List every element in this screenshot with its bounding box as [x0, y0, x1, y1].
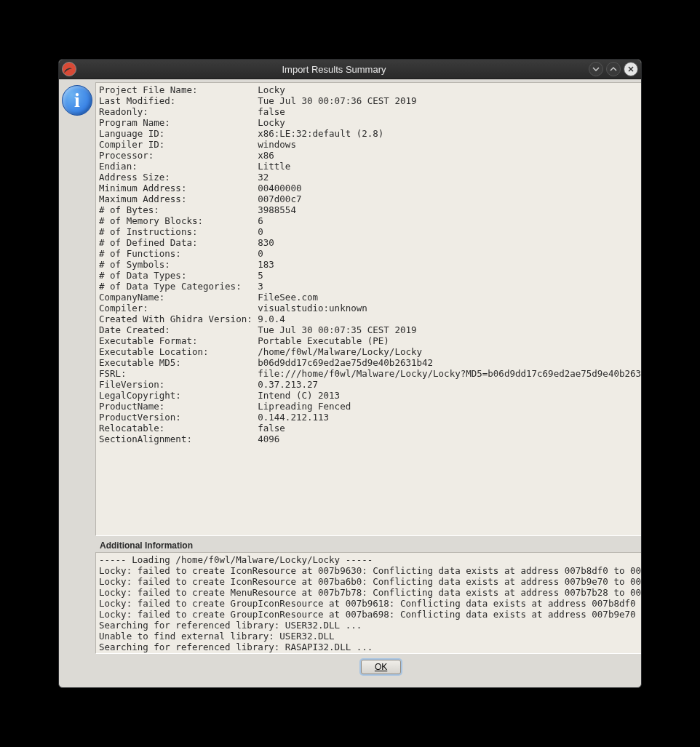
window-title: Import Results Summary: [79, 64, 589, 75]
window-controls: [589, 62, 638, 76]
icon-column: i: [59, 79, 95, 687]
button-row: OK: [95, 654, 642, 682]
maximize-button[interactable]: [606, 62, 621, 76]
minimize-button[interactable]: [589, 62, 603, 76]
dialog-content: i Project File Name: Locky Last Modified…: [59, 79, 641, 687]
additional-info-text-area[interactable]: ----- Loading /home/f0wl/Malware/Locky/L…: [95, 552, 642, 654]
summary-text-area[interactable]: Project File Name: Locky Last Modified: …: [95, 82, 642, 536]
chevron-up-icon: [610, 65, 617, 73]
additional-info-heading: Additional Information: [95, 536, 642, 552]
main-column: Project File Name: Locky Last Modified: …: [95, 79, 642, 687]
ok-button[interactable]: OK: [361, 660, 401, 674]
chevron-down-icon: [592, 65, 600, 73]
info-icon: i: [62, 85, 92, 116]
close-icon: [627, 65, 635, 73]
app-icon: [62, 62, 76, 76]
close-button[interactable]: [624, 62, 638, 76]
ok-button-label: OK: [375, 662, 387, 672]
dialog-window: Import Results Summary i Project File Na…: [58, 59, 642, 688]
titlebar[interactable]: Import Results Summary: [59, 60, 641, 79]
